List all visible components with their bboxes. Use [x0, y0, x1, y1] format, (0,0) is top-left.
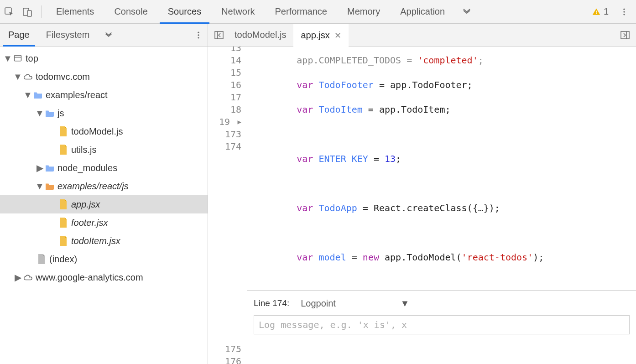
document-icon [36, 254, 47, 264]
svg-point-10 [198, 37, 199, 38]
svg-rect-4 [596, 13, 597, 14]
navigator-tabs: Page Filesystem [0, 24, 208, 47]
show-navigator-icon[interactable] [211, 27, 227, 43]
tree-file-index[interactable]: (index) [0, 250, 208, 268]
tree-domain-todomvc[interactable]: ▼ todomvc.com [0, 68, 208, 86]
line-number[interactable]: 174 [208, 140, 241, 153]
tree-frame-top[interactable]: ▼ top [0, 49, 208, 68]
editor-tab-app-jsx[interactable]: app.jsx ✕ [293, 24, 348, 47]
line-number[interactable]: 13 [208, 47, 241, 54]
fold-icon[interactable]: ▶ [234, 116, 241, 128]
js-file-icon [57, 218, 69, 228]
tree-label: node_modules [56, 163, 117, 173]
svg-point-7 [623, 14, 625, 15]
tree-folder-node-modules[interactable]: ▶ node_modules [0, 159, 208, 177]
breakpoint-type-select[interactable]: Logpoint ▼ [296, 295, 414, 312]
folder-icon [44, 164, 56, 172]
tree-file-todoitem-jsx[interactable]: todoItem.jsx [0, 232, 208, 250]
tree-file-app-jsx[interactable]: app.jsx [0, 195, 208, 213]
svg-point-5 [623, 8, 625, 10]
tab-console[interactable]: Console [104, 0, 157, 24]
line-number[interactable]: 14 [208, 54, 241, 67]
inspect-element-icon[interactable] [0, 0, 18, 24]
tree-file-footer-jsx[interactable]: footer.jsx [0, 213, 208, 232]
frame-icon [12, 54, 24, 63]
editor-tab-todomodel[interactable]: todoModel.js [227, 24, 293, 47]
svg-point-9 [198, 34, 199, 36]
navigator-tabs-overflow-icon[interactable] [100, 30, 117, 40]
js-file-icon [57, 145, 69, 155]
tree-label: examples/react/js [56, 181, 129, 192]
warnings-indicator[interactable]: 1 [587, 6, 613, 17]
separator [41, 5, 42, 18]
tree-label: top [24, 53, 38, 64]
line-number[interactable]: 175 [208, 343, 241, 355]
tree-label: todomvc.com [34, 72, 90, 82]
gutter[interactable]: 175 176 177 178 179 180 181 182 183 184 … [208, 341, 247, 364]
code-block-bottom: 175 176 177 178 179 180 181 182 183 184 … [208, 341, 636, 364]
svg-rect-2 [27, 10, 31, 16]
line-number[interactable]: 19 ▶ [208, 116, 241, 128]
line-number[interactable]: 173 [208, 128, 241, 140]
cloud-icon [22, 273, 34, 281]
tree-folder-sourcemapped[interactable]: ▼ examples/react/js [0, 177, 208, 195]
folder-sourcemap-icon [44, 182, 56, 190]
line-number[interactable]: 17 [208, 91, 241, 104]
svg-point-8 [198, 31, 199, 33]
tree-domain-ga[interactable]: ▶ www.google-analytics.com [0, 268, 208, 286]
chevron-down-icon: ▼ [400, 298, 409, 309]
code-content[interactable]: function render() { React.render( <TodoA… [247, 341, 636, 364]
svg-rect-3 [596, 10, 597, 12]
tab-application[interactable]: Application [390, 0, 455, 24]
disclosure-down-icon: ▼ [36, 181, 44, 192]
file-tree: ▼ top ▼ todomvc.com ▼ exa [0, 47, 208, 289]
tree-label: todoModel.js [69, 126, 123, 137]
code-scroll[interactable]: 13 14 15 16 17 18 19 ▶ 173 174 app.COMPL… [208, 47, 636, 364]
tree-file-todomodel[interactable]: todoModel.js [0, 122, 208, 140]
tab-elements[interactable]: Elements [46, 0, 104, 24]
navigator-kebab-icon[interactable] [189, 31, 208, 40]
js-file-icon [57, 126, 69, 136]
disclosure-right-icon: ▶ [36, 162, 44, 173]
show-debugger-icon[interactable] [617, 27, 633, 43]
js-file-icon [57, 236, 69, 246]
warnings-count: 1 [604, 6, 609, 17]
navigator-tab-filesystem[interactable]: Filesystem [38, 24, 98, 47]
tabs-overflow-icon[interactable] [455, 0, 479, 24]
editor-column: todoModel.js app.jsx ✕ 13 14 15 16 17 18 [208, 24, 636, 364]
logpoint-header: Line 174: Logpoint ▼ [254, 295, 630, 312]
line-number[interactable]: 16 [208, 79, 241, 91]
tab-memory[interactable]: Memory [337, 0, 390, 24]
logpoint-expression-input[interactable] [254, 315, 630, 334]
logpoint-line-label: Line 174: [254, 298, 289, 308]
gutter[interactable]: 13 14 15 16 17 18 19 ▶ 173 174 [208, 47, 247, 290]
tree-label: (index) [47, 254, 77, 265]
tab-performance[interactable]: Performance [265, 0, 338, 24]
kebab-menu-icon[interactable] [615, 0, 633, 24]
disclosure-down-icon: ▼ [24, 90, 32, 100]
line-number[interactable]: 18 [208, 104, 241, 116]
panel-tabs: Elements Console Sources Network Perform… [46, 0, 587, 24]
line-number[interactable]: 15 [208, 67, 241, 79]
navigator-tab-page[interactable]: Page [0, 24, 38, 47]
disclosure-down-icon: ▼ [14, 72, 22, 82]
tree-file-utils[interactable]: utils.js [0, 140, 208, 159]
tab-sources[interactable]: Sources [158, 0, 211, 24]
tab-network[interactable]: Network [211, 0, 265, 24]
tree-label: todoItem.jsx [69, 236, 120, 246]
devtools-toolbar: Elements Console Sources Network Perform… [0, 0, 636, 24]
device-toolbar-icon[interactable] [18, 0, 36, 24]
breakpoint-type-value: Logpoint [301, 298, 336, 309]
code-content[interactable]: app.COMPLETED_TODOS = 'completed'; var T… [247, 47, 636, 290]
tree-folder-examples-react[interactable]: ▼ examples/react [0, 86, 208, 104]
workspace: Page Filesystem ▼ top ▼ [0, 24, 636, 364]
tree-label: utils.js [69, 145, 97, 155]
tree-label: js [56, 108, 64, 119]
code-block-top: 13 14 15 16 17 18 19 ▶ 173 174 app.COMPL… [208, 47, 636, 290]
close-tab-icon[interactable]: ✕ [334, 31, 341, 41]
line-number[interactable]: 176 [208, 355, 241, 364]
toolbar-right: 1 [587, 0, 636, 24]
logpoint-panel: Line 174: Logpoint ▼ [247, 290, 636, 341]
editor-tab-label: todoModel.js [235, 30, 286, 40]
tree-folder-js[interactable]: ▼ js [0, 104, 208, 122]
